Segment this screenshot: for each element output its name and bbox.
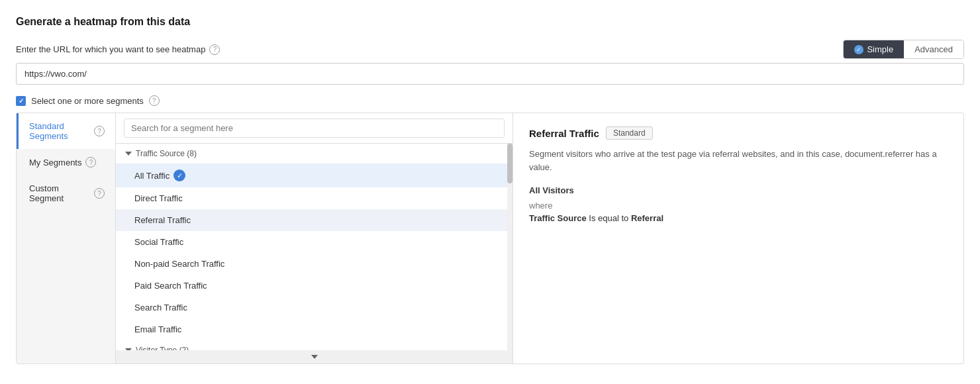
my-segments-label: My Segments — [29, 158, 81, 168]
search-input[interactable] — [124, 119, 505, 138]
list-item[interactable]: Social Traffic — [116, 231, 507, 253]
list-item[interactable]: Non-paid Search Traffic — [116, 253, 507, 275]
detail-title: Referral Traffic — [529, 128, 599, 139]
sidebar-item-standard[interactable]: Standard Segments ? — [17, 113, 115, 149]
segment-item-label: Search Traffic — [134, 303, 187, 312]
detail-all-visitors: All Visitors — [529, 185, 948, 195]
condition-field: Traffic Source — [529, 213, 587, 223]
scroll-down-arrow[interactable] — [116, 350, 513, 363]
detail-panel: Referral Traffic Standard Segment visito… — [513, 113, 963, 363]
my-help-icon[interactable]: ? — [85, 157, 96, 168]
detail-where: where — [529, 201, 948, 211]
url-help-icon[interactable]: ? — [209, 44, 220, 55]
collapse-icon-traffic[interactable] — [125, 152, 132, 156]
segment-help-icon[interactable]: ? — [149, 95, 160, 106]
custom-help-icon[interactable]: ? — [94, 188, 105, 199]
list-item[interactable]: All Traffic ✓ — [116, 164, 507, 187]
segment-section: Select one or more segments ? Standard S… — [16, 95, 964, 364]
check-circle-icon: ✓ — [854, 45, 863, 54]
scrollbar-track[interactable] — [507, 144, 513, 350]
standard-badge: Standard — [606, 126, 653, 140]
segment-item-label: All Traffic — [134, 171, 170, 181]
segment-item-label: Non-paid Search Traffic — [134, 259, 224, 269]
list-item[interactable]: Referral Traffic — [116, 209, 507, 231]
segment-checkbox[interactable] — [16, 96, 26, 106]
segments-list-panel: Traffic Source (8) All Traffic ✓ Direct … — [116, 113, 513, 363]
sidebar-item-my[interactable]: My Segments ? — [17, 149, 115, 175]
group-header-traffic: Traffic Source (8) — [116, 144, 507, 164]
group-label-visitor: Visitor Type (2) — [136, 346, 189, 350]
segment-item-label: Referral Traffic — [134, 215, 191, 225]
search-box — [116, 113, 513, 144]
segment-label: Select one or more segments — [31, 96, 144, 106]
url-input[interactable] — [16, 63, 964, 85]
standard-segments-label: Standard Segments — [29, 121, 90, 141]
page-title: Generate a heatmap from this data — [16, 16, 964, 28]
group-label-traffic: Traffic Source (8) — [136, 149, 197, 158]
scrollbar-thumb[interactable] — [507, 144, 513, 183]
segment-item-label: Direct Traffic — [134, 193, 183, 203]
segment-item-label: Paid Search Traffic — [134, 281, 207, 291]
group-header-visitor: Visitor Type (2) — [116, 340, 507, 350]
standard-help-icon[interactable]: ? — [94, 126, 105, 136]
list-item[interactable]: Search Traffic — [116, 297, 507, 318]
segment-item-label: Social Traffic — [134, 237, 183, 247]
condition-value: Referral — [631, 213, 663, 223]
simple-mode-button[interactable]: ✓ Simple — [844, 40, 904, 58]
sidebar-item-custom[interactable]: Custom Segment ? — [17, 175, 115, 211]
mode-toggle: ✓ Simple Advanced — [843, 40, 964, 59]
list-item[interactable]: Email Traffic — [116, 318, 507, 340]
detail-condition: Traffic Source Is equal to Referral — [529, 213, 948, 223]
detail-description: Segment visitors who arrive at the test … — [529, 148, 948, 173]
segment-item-label: Email Traffic — [134, 324, 181, 334]
list-item[interactable]: Direct Traffic — [116, 187, 507, 209]
url-label-text: Enter the URL for which you want to see … — [16, 44, 205, 54]
segments-sidebar: Standard Segments ? My Segments ? Custom… — [17, 113, 116, 363]
advanced-mode-button[interactable]: Advanced — [904, 40, 963, 58]
url-section: Enter the URL for which you want to see … — [16, 40, 964, 85]
segments-list: Traffic Source (8) All Traffic ✓ Direct … — [116, 144, 507, 350]
check-icon: ✓ — [173, 169, 185, 181]
list-item[interactable]: Paid Search Traffic — [116, 275, 507, 297]
segments-panel: Standard Segments ? My Segments ? Custom… — [16, 113, 964, 364]
arrow-down-icon — [311, 355, 318, 359]
custom-segment-label: Custom Segment — [29, 183, 90, 203]
